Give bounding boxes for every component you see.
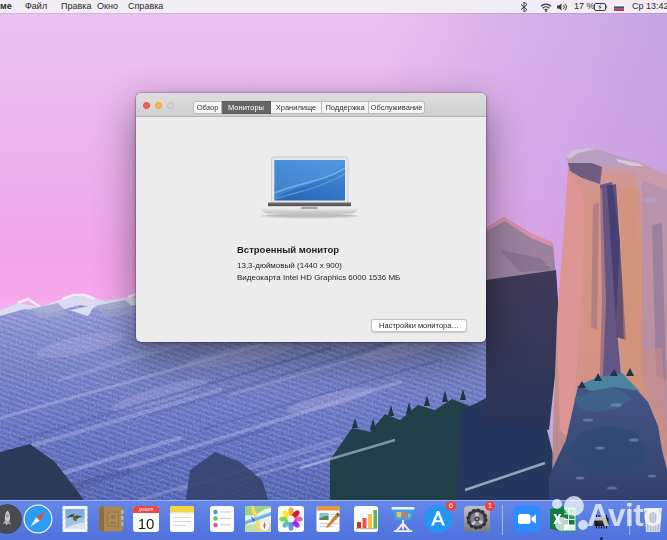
svg-text:ДЕКАБРЯ: ДЕКАБРЯ (139, 508, 154, 512)
svg-text:10: 10 (138, 515, 155, 532)
